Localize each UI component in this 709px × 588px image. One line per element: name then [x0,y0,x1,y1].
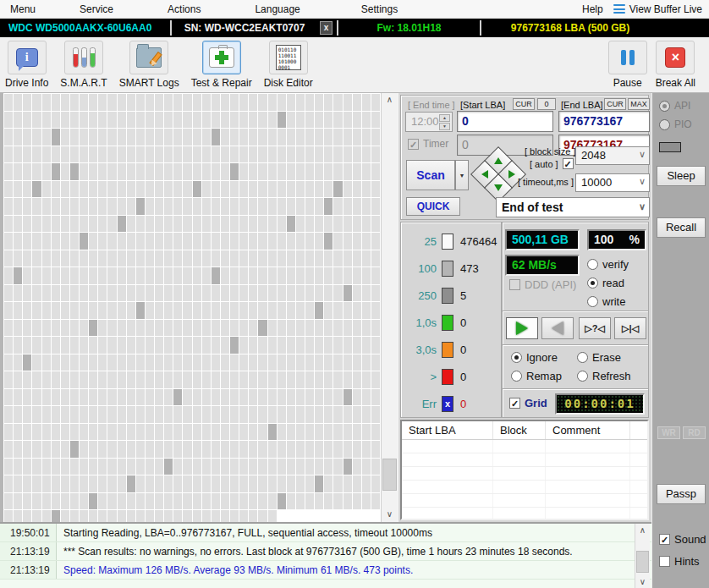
grid-checkbox[interactable]: Grid [509,397,547,409]
scroll-up-icon[interactable]: ∧ [635,524,650,538]
close-drive-button[interactable]: x [320,21,333,35]
smart-button[interactable]: S.M.A.R.T [60,41,107,89]
mode-read-radio[interactable]: read [587,277,624,289]
seek-end-button[interactable]: ▷|◁ [614,317,646,339]
map-cell [249,129,257,146]
map-cell [136,181,145,198]
radio-icon[interactable] [577,371,588,382]
radio-icon[interactable] [587,296,598,307]
radio-icon[interactable] [577,352,588,363]
spinner-arrows-icon[interactable]: ▲▼ [439,114,450,129]
map-cell [14,233,22,250]
map-cell [353,302,361,319]
col-block[interactable]: Block [493,421,546,439]
map-cell [155,129,163,146]
auto-checkbox-box[interactable] [563,158,574,169]
radio-icon[interactable] [511,371,522,382]
quick-button[interactable]: QUICK [406,197,460,216]
scroll-down-icon[interactable]: ∨ [635,575,650,588]
checkbox-icon[interactable] [509,398,520,409]
view-buffer-live-button[interactable]: View Buffer Live [613,3,709,15]
radio-icon[interactable] [659,101,670,112]
seek-question-button[interactable]: ▷?◁ [579,317,611,339]
end-time-spinner[interactable]: 12:00 ▲▼ [405,112,453,132]
smart-logs-button[interactable]: SMART Logs [119,41,179,89]
defect-table[interactable]: Start LBA Block Comment [400,420,649,520]
start-lba-cur-button[interactable]: CUR [513,98,535,110]
start-lba-input[interactable]: 0 [457,111,553,132]
map-cell [80,493,88,510]
passp-button[interactable]: Passp [657,484,706,504]
checkbox-icon[interactable] [509,279,520,290]
menu-item-service[interactable]: Service [69,0,124,19]
menu-item-help[interactable]: Help [572,0,613,19]
scan-button[interactable]: Scan [406,160,455,190]
map-cell [183,129,191,146]
menu-item-menu[interactable]: Menu [0,0,46,19]
map-cell [239,424,248,441]
scroll-up-icon[interactable]: ∧ [382,93,398,107]
rd-button[interactable]: RD [683,426,706,439]
map-cell [305,424,314,441]
hints-checkbox[interactable]: Hints [659,555,700,568]
map-scrollbar[interactable]: ∧ ∨ [381,93,398,522]
map-cell [344,163,352,180]
sleep-button[interactable]: Sleep [657,166,706,186]
radio-icon[interactable] [659,119,670,130]
pio-radio[interactable]: PIO [659,118,692,130]
timeout-select[interactable]: 10000∨ [575,173,650,192]
timer-checkbox-box[interactable] [408,139,419,150]
map-cell [287,267,295,284]
checkbox-icon[interactable] [659,556,670,567]
scroll-down-icon[interactable]: ∨ [382,508,398,522]
break-all-button[interactable]: × Break All [656,41,695,89]
log-scrollbar[interactable]: ∧ ∨ [635,524,650,588]
action-remap-radio[interactable]: Remap [511,370,562,382]
back-button[interactable] [541,317,574,339]
auto-checkbox[interactable]: [ auto ] [530,158,574,169]
action-ignore-radio[interactable]: Ignore [511,351,558,364]
map-cell [14,285,22,302]
menu-item-actions[interactable]: Actions [157,0,211,19]
timer-checkbox[interactable]: Timer [408,138,448,150]
end-lba-input[interactable]: 976773167 [558,111,650,132]
end-action-select[interactable]: End of test∨ [496,197,650,217]
test-repair-button[interactable]: Test & Repair [191,41,252,89]
map-cell [193,302,201,319]
map-cell [98,493,107,510]
radio-icon[interactable] [511,352,522,363]
radio-icon[interactable] [587,259,598,270]
menu-item-settings[interactable]: Settings [351,0,408,19]
start-scan-button[interactable] [506,317,538,339]
menu-item-language[interactable]: Language [245,0,310,19]
action-refresh-radio[interactable]: Refresh [577,370,631,382]
map-cell [118,493,126,510]
map-cell [305,320,314,337]
ddd-api-checkbox[interactable]: DDD (API) [509,278,576,291]
block-size-select[interactable]: 2048∨ [575,146,650,165]
checkbox-icon[interactable] [659,534,670,545]
drive-info-button[interactable]: i Drive Info [5,41,48,89]
disk-editor-button[interactable]: 010110 110011 101000 0001 Disk Editor [264,41,313,89]
wr-button[interactable]: WR [657,426,680,439]
radio-icon[interactable] [587,278,598,289]
map-cell [230,320,239,337]
action-erase-radio[interactable]: Erase [577,351,621,364]
end-lba-max-button[interactable]: MAX [628,98,650,110]
mode-verify-radio[interactable]: verify [587,258,629,271]
pause-button[interactable]: Pause [608,41,647,89]
map-cell [239,493,248,510]
col-comment[interactable]: Comment [546,421,630,439]
map-scroll-thumb[interactable] [382,459,397,491]
col-start-lba[interactable]: Start LBA [402,421,493,439]
map-cell [249,354,257,371]
scan-dropdown-icon[interactable]: ▼ [455,160,469,190]
buffer-list-icon [613,4,625,14]
sound-checkbox[interactable]: Sound [659,533,706,546]
api-radio[interactable]: API [659,100,690,112]
end-lba-cur-button[interactable]: CUR [604,98,626,110]
start-lba-zero-button[interactable]: 0 [537,98,556,110]
log-scroll-thumb[interactable] [636,551,649,573]
mode-write-radio[interactable]: write [587,295,625,308]
recall-button[interactable]: Recall [657,217,706,238]
